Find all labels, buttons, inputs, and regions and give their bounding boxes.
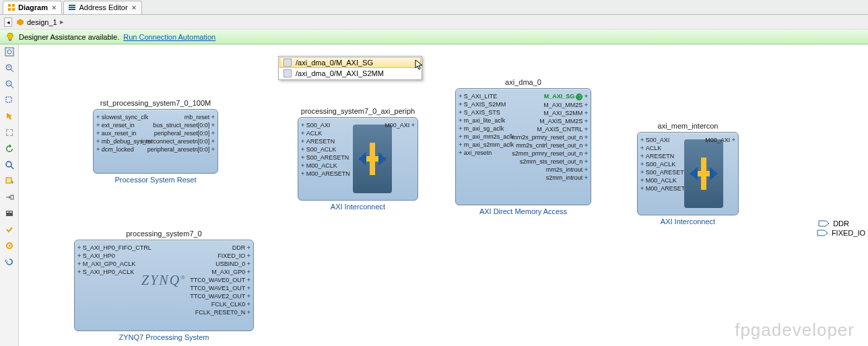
block-rst-ps7-100m[interactable]: rst_processing_system7_0_100M slowest_sy… — [93, 109, 218, 174]
port[interactable]: TTC0_WAVE0_OUT — [190, 277, 251, 283]
block-axi-dma-0[interactable]: axi_dma_0 S_AXI_LITES_AXIS_S2MMS_AXIS_ST… — [455, 88, 591, 205]
ip-type: AXI Interconnect — [298, 203, 418, 211]
port[interactable]: mm2s_introut — [546, 166, 588, 173]
port[interactable]: m_axi_lite_aclk — [459, 117, 505, 124]
port[interactable]: S_AXIS_STS — [459, 109, 500, 116]
close-icon[interactable]: × — [51, 3, 57, 11]
port[interactable]: M00_AXI — [705, 137, 735, 143]
add-ip-icon[interactable]: + — [3, 175, 15, 187]
tab-address-editor[interactable]: Address Editor × — [63, 1, 142, 14]
port[interactable]: S00_ARESETN — [301, 154, 349, 161]
port[interactable]: ACLK — [301, 130, 322, 137]
collapse-left-icon[interactable]: ◂ — [4, 18, 12, 27]
port[interactable]: S00_AXI — [640, 137, 669, 143]
port[interactable]: S00_ARESETN — [640, 169, 688, 176]
port[interactable]: dcm_locked — [96, 146, 134, 153]
port[interactable]: FCLK_RESET0_N — [195, 309, 251, 316]
zoom-out-icon[interactable]: − — [3, 78, 15, 90]
port[interactable]: ACLK — [640, 145, 661, 151]
port[interactable]: FIXED_IO — [218, 252, 251, 259]
port[interactable]: s2mm_introut — [546, 174, 588, 181]
port-label: FIXED_IO — [832, 229, 865, 237]
ip-type: AXI Interconnect — [638, 217, 738, 226]
lightbulb-icon — [5, 32, 15, 42]
port[interactable]: S_AXI_HP0_FIFO_CTRL — [77, 244, 152, 251]
search-icon[interactable] — [3, 159, 15, 171]
port[interactable]: DDR — [232, 244, 251, 251]
block-ps7[interactable]: processing_system7_0 S_AXI_HP0_FIFO_CTRL… — [74, 240, 254, 331]
tab-diagram[interactable]: Diagram × — [3, 1, 62, 14]
breadcrumb-bar: ◂ design_1 ▸ — [0, 15, 868, 30]
breadcrumb-root[interactable]: design_1 — [27, 18, 57, 26]
port[interactable]: m_axi_sg_aclk — [459, 125, 504, 132]
port[interactable]: bus_struct_reset[0:0] — [153, 122, 215, 129]
port[interactable]: ARESETN — [640, 153, 674, 160]
bus-interface-icon — [283, 59, 292, 67]
close-icon[interactable]: × — [131, 3, 137, 11]
port[interactable]: S_AXIS_S2MM — [459, 101, 506, 108]
port[interactable]: M00_AXI — [385, 122, 415, 129]
port[interactable]: ext_reset_in — [96, 122, 135, 129]
zoom-fit-icon[interactable] — [3, 46, 15, 58]
port-m-axi-sg[interactable]: M_AXI_SG — [544, 93, 588, 100]
port[interactable]: m_axi_s2mm_aclk — [459, 141, 514, 148]
port[interactable]: M_AXIS_CNTRL — [537, 126, 588, 133]
auto-fit-icon[interactable] — [3, 127, 15, 139]
regenerate-layout-icon[interactable] — [3, 143, 15, 155]
port[interactable]: peripheral_aresetn[0:0] — [147, 146, 215, 153]
port[interactable]: S00_ACLK — [301, 146, 336, 153]
ip-type: AXI Direct Memory Access — [456, 207, 591, 215]
port-arrow-icon — [817, 228, 829, 238]
port[interactable]: interconnect_aresetn[0:0] — [141, 138, 215, 145]
port[interactable]: s2mm_sts_reset_out_n — [520, 158, 588, 165]
port[interactable]: M00_ACLK — [301, 162, 337, 169]
port[interactable]: M_AXI_GP0_ACLK — [77, 261, 135, 267]
port[interactable]: S00_ACLK — [640, 161, 675, 168]
port[interactable]: TTC0_WAVE2_OUT — [190, 293, 251, 300]
validate-design-icon[interactable] — [3, 223, 15, 236]
port[interactable]: USBIND_0 — [215, 261, 251, 267]
menu-item-m-axi-sg[interactable]: /axi_dma_0/M_AXI_SG — [279, 57, 421, 68]
port[interactable]: FCLK_CLK0 — [211, 301, 251, 308]
port[interactable]: s2mm_prmry_reset_out_n — [512, 150, 588, 157]
port[interactable]: M_AXI_GP0 — [211, 269, 251, 275]
refresh-icon[interactable] — [3, 256, 15, 268]
block-axi-mem-intercon[interactable]: axi_mem_intercon S00_AXIACLKARESETNS00_A… — [637, 132, 739, 215]
port[interactable]: axi_resetn — [459, 149, 492, 156]
block-axi-periph[interactable]: processing_system7_0_axi_periph S00_AXIA… — [298, 117, 418, 201]
port[interactable]: ARESETN — [301, 138, 335, 145]
port[interactable]: S_AXI_HP0_ACLK — [77, 269, 134, 275]
port[interactable]: M_AXI_S2MM — [543, 110, 588, 116]
block-design-canvas[interactable]: /axi_dma_0/M_AXI_SG /axi_dma_0/M_AXI_S2M… — [19, 44, 868, 346]
port[interactable]: mm2s_cntrl_reset_out_n — [516, 142, 588, 149]
port[interactable]: M00_ARESETN — [301, 170, 350, 177]
zoom-in-icon[interactable]: + — [3, 62, 15, 74]
port[interactable]: mb_reset — [185, 114, 215, 120]
port[interactable]: peripheral_reset[0:0] — [154, 130, 215, 137]
zoom-area-icon[interactable] — [3, 94, 15, 106]
port[interactable]: S_AXI_HP0 — [77, 252, 115, 259]
external-port-fixed-io[interactable]: FIXED_IO — [817, 228, 865, 238]
port[interactable]: M_AXI_MM2S — [543, 102, 588, 108]
port[interactable]: m_axi_mm2s_aclk — [459, 133, 514, 140]
instance-name: axi_mem_intercon — [638, 122, 738, 130]
output-ports: M00_AXI — [705, 137, 735, 211]
run-connection-automation-link[interactable]: Run Connection Automation — [123, 33, 215, 41]
port[interactable]: M00_ACLK — [640, 177, 677, 184]
port[interactable]: aux_reset_in — [96, 130, 136, 137]
settings-icon[interactable] — [3, 240, 15, 252]
svg-text:+: + — [7, 65, 10, 69]
menu-item-m-axi-s2mm[interactable]: /axi_dma_0/M_AXI_S2MM — [279, 68, 421, 79]
port[interactable]: mm2s_prmry_reset_out_n — [512, 134, 588, 141]
port[interactable]: TTC0_WAVE1_OUT — [190, 285, 251, 291]
menu-item-label: /axi_dma_0/M_AXI_SG — [296, 59, 373, 67]
external-port-ddr[interactable]: DDR — [818, 219, 849, 228]
port[interactable]: S_AXI_LITE — [459, 93, 497, 100]
port[interactable]: S00_AXI — [301, 122, 330, 129]
ip-catalog-icon[interactable] — [3, 207, 15, 219]
port[interactable]: M00_ARESETN — [640, 185, 690, 192]
make-external-icon[interactable] — [3, 191, 15, 203]
port[interactable]: M_AXIS_MM2S — [539, 118, 588, 125]
svg-rect-1 — [5, 48, 13, 56]
select-icon[interactable] — [3, 110, 15, 123]
